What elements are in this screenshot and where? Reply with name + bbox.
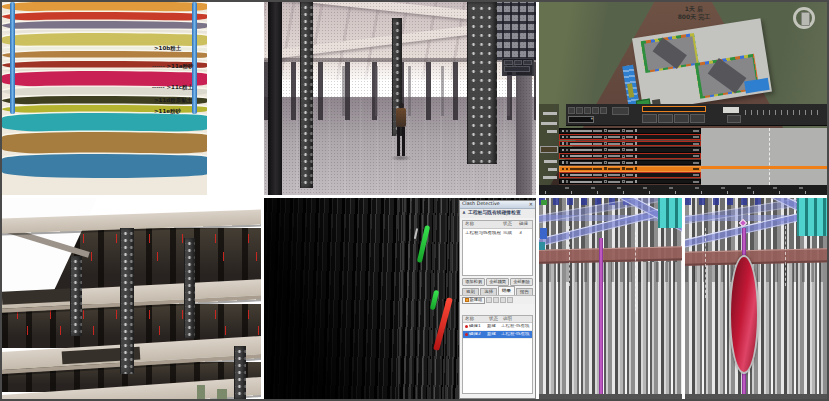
task-row[interactable] bbox=[559, 160, 701, 166]
pile-view-left[interactable] bbox=[539, 198, 682, 399]
results-toolbar: 新建组 bbox=[460, 295, 535, 304]
toolbar-button[interactable] bbox=[507, 297, 513, 303]
results-columns: 名称状态说明 bbox=[463, 316, 532, 323]
column-header: 碰撞 bbox=[517, 222, 529, 227]
playback-buttons[interactable] bbox=[568, 107, 607, 114]
bottom-strip bbox=[539, 394, 682, 399]
panel-structure-model[interactable] bbox=[2, 198, 261, 399]
lattice-column bbox=[70, 256, 82, 336]
clash-result-row[interactable]: 碰撞2 新建 工程桩-既有线 bbox=[463, 331, 532, 339]
clash-result-row[interactable]: 碰撞1 新建 工程桩-既有线 bbox=[463, 323, 532, 331]
panel-4d-simulation[interactable]: 1天 后 800天 完工 ▾ bbox=[539, 2, 827, 195]
task-row[interactable] bbox=[559, 172, 701, 178]
toolbar-buttons[interactable] bbox=[504, 60, 532, 65]
day-counter: 1天 后 bbox=[561, 5, 827, 13]
avatar-torso bbox=[396, 108, 406, 127]
pile-view-right[interactable] bbox=[685, 198, 827, 399]
timeline-sidebar[interactable] bbox=[539, 104, 559, 185]
new-group-button[interactable]: 新建组 bbox=[462, 297, 485, 304]
clash-tab[interactable]: 选择 bbox=[480, 288, 497, 295]
task-row[interactable] bbox=[559, 153, 701, 159]
dialog-titlebar[interactable]: Clash Detective ✕ bbox=[460, 201, 535, 209]
task-row[interactable] bbox=[559, 141, 701, 147]
geology-layer-label: ------ >11a粉砂 bbox=[152, 64, 260, 70]
bottom-strip bbox=[685, 394, 827, 399]
clash-desc: 工程桩-既有线 bbox=[501, 332, 532, 337]
column-header: 名称 bbox=[463, 317, 487, 322]
toolbar-right-button[interactable] bbox=[727, 115, 741, 123]
test-row[interactable]: 工程桩与既有线检查 完成 3 bbox=[463, 229, 532, 237]
walkthrough-toolbar[interactable] bbox=[502, 58, 534, 76]
timeline-toolbar[interactable]: ▾ bbox=[566, 104, 827, 126]
test-action-button[interactable]: 全部删除 bbox=[510, 278, 533, 286]
clash-status: 新建 bbox=[487, 324, 501, 329]
measure-line bbox=[785, 226, 786, 286]
mode-buttons[interactable] bbox=[642, 114, 705, 123]
sidebar-item-active[interactable] bbox=[540, 146, 558, 153]
ruler-ticks bbox=[545, 191, 825, 194]
lattice-column-large bbox=[467, 2, 497, 164]
toolbar-button-disabled bbox=[500, 297, 506, 303]
clash-detective-dialog: Clash Detective ✕ ∧ 工程桩与既有线碰撞检查 名称状态碰撞 工… bbox=[459, 200, 536, 399]
timeline-panel: ▾ bbox=[539, 104, 827, 195]
toolbar-button-disabled bbox=[493, 297, 499, 303]
dialog-title: Clash Detective bbox=[462, 202, 500, 207]
test-status: 完成 bbox=[501, 231, 517, 236]
clash-status: 新建 bbox=[487, 332, 501, 337]
column-header: 说明 bbox=[501, 317, 532, 322]
clash-name: 碰撞1 bbox=[469, 324, 487, 329]
sidebar-item[interactable] bbox=[548, 168, 557, 171]
task-row[interactable] bbox=[559, 134, 701, 140]
toolbar-display-box bbox=[723, 107, 739, 113]
sidebar-item[interactable] bbox=[543, 112, 557, 115]
gantt-area[interactable] bbox=[701, 128, 827, 185]
close-icon[interactable]: ✕ bbox=[529, 202, 533, 207]
geology-layer-label: >11d粉质黏土 bbox=[152, 98, 260, 104]
label-text: >11c粉土 bbox=[166, 85, 193, 91]
clash-tab[interactable]: 报告 bbox=[516, 288, 533, 295]
geology-layer-label: >10b粉土 bbox=[152, 46, 260, 52]
group-icon bbox=[465, 298, 469, 303]
test-header-row[interactable]: ∧ 工程桩与既有线碰撞检查 bbox=[460, 209, 535, 218]
results-grid: 名称状态说明 碰撞1 新建 工程桩-既有线 碰撞2 新建 工程桩-既有线 bbox=[462, 315, 533, 394]
column-header: 状态 bbox=[487, 317, 501, 322]
clash-name: 碰撞2 bbox=[469, 332, 487, 337]
task-row[interactable] bbox=[559, 166, 701, 172]
measure-line bbox=[705, 228, 706, 298]
test-action-button[interactable]: 添加检测 bbox=[462, 278, 485, 286]
cyan-block bbox=[658, 198, 682, 228]
leader-line: ------ bbox=[152, 85, 164, 90]
zoom-scale-ticks[interactable] bbox=[745, 110, 823, 115]
panel-station-render[interactable] bbox=[264, 2, 536, 195]
filter-combobox[interactable]: ▾ bbox=[568, 116, 594, 123]
label-text: >11a粉砂 bbox=[166, 64, 193, 70]
task-row[interactable] bbox=[559, 147, 701, 153]
date-ruler[interactable] bbox=[539, 185, 827, 195]
leader-line: ------ bbox=[152, 64, 164, 69]
sidebar-item[interactable] bbox=[547, 130, 557, 133]
task-row[interactable] bbox=[559, 128, 701, 134]
clash-tab[interactable]: 结果 bbox=[498, 286, 515, 295]
test-buttons: 添加检测全部精简全部删除 bbox=[460, 278, 535, 286]
avatar-legs bbox=[397, 127, 405, 156]
toolbar-field[interactable] bbox=[612, 107, 629, 115]
test-action-button[interactable]: 全部精简 bbox=[486, 278, 509, 286]
results-rows: 碰撞1 新建 工程桩-既有线 碰撞2 新建 工程桩-既有线 bbox=[463, 323, 532, 339]
navigation-ring-widget[interactable] bbox=[793, 7, 815, 29]
task-row[interactable] bbox=[559, 179, 701, 185]
task-table bbox=[559, 128, 701, 185]
panel-clash-detection[interactable]: Clash Detective ✕ ∧ 工程桩与既有线碰撞检查 名称状态碰撞 工… bbox=[264, 198, 536, 399]
sidebar-item[interactable] bbox=[543, 176, 557, 179]
label-text: >11e粉砂 bbox=[154, 109, 181, 115]
lattice-column bbox=[300, 2, 313, 188]
foreground-column bbox=[268, 2, 282, 195]
geology-labels: >10b粉土 ------ >11a粉砂 ------ >11c粉土 >11d粉… bbox=[2, 2, 261, 195]
toolbar-wide-button[interactable] bbox=[504, 66, 530, 72]
clash-tab[interactable]: 规则 bbox=[462, 288, 479, 295]
sidebar-item[interactable] bbox=[541, 122, 557, 125]
excavation-pit-1 bbox=[641, 33, 699, 73]
background-building bbox=[494, 2, 536, 60]
top-beam-dashes bbox=[685, 198, 763, 205]
sidebar-item[interactable] bbox=[544, 160, 557, 163]
collapse-icon[interactable]: ∧ bbox=[462, 211, 466, 216]
